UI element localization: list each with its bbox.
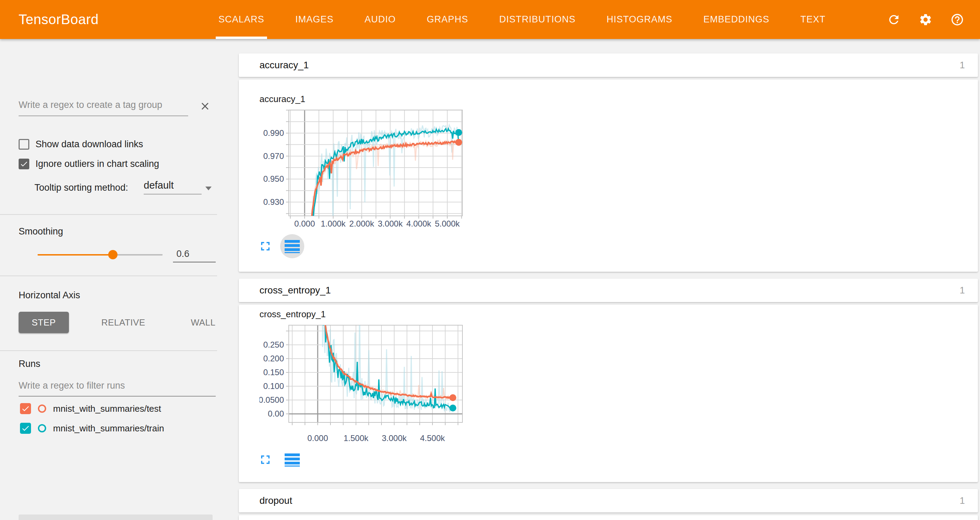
refresh-icon[interactable] [887,13,901,27]
show-download-links-label: Show data download links [35,139,143,150]
main-content: accuracy_1 1 accuracy_1 0.0001.000k2.000… [239,39,978,520]
section-count-badge: 1 [960,489,965,512]
tab-audio[interactable]: AUDIO [362,0,399,39]
svg-text:4.500k: 4.500k [420,434,445,443]
tooltip-sort-dropdown[interactable]: default [144,180,202,195]
fullscreen-icon[interactable] [258,452,272,467]
fullscreen-icon[interactable] [258,239,272,254]
app-header: TensorBoard SCALARS IMAGES AUDIO GRAPHS … [0,0,980,39]
section-panel-dropout [239,515,978,520]
svg-text:0.000: 0.000 [307,434,328,443]
tab-graphs[interactable]: GRAPHS [424,0,471,39]
section-header-dropout[interactable]: dropout 1 [239,489,978,512]
run-filter-input[interactable] [19,375,216,397]
run-row-test[interactable]: mnist_with_summaries/test [20,403,161,414]
slider-fill [38,254,113,255]
run-test-color-swatch [38,405,46,413]
chart-card-title: cross_entropy_1 [259,309,326,320]
section-count-badge: 1 [960,279,965,302]
ignore-outliers-label: Ignore outliers in chart scaling [35,159,159,169]
svg-text:1.500k: 1.500k [344,434,369,443]
svg-text:0.990: 0.990 [263,128,284,137]
divider [0,214,217,215]
close-icon[interactable] [199,100,211,112]
svg-text:0.000: 0.000 [294,219,315,228]
tab-scalars[interactable]: SCALARS [216,0,267,39]
slider-knob[interactable] [108,250,118,259]
run-train-color-swatch [38,424,46,432]
run-row-train[interactable]: mnist_with_summaries/train [20,423,164,434]
run-selector-hover-circle[interactable] [280,234,304,258]
cross-entropy-line-chart[interactable]: 0.0001.500k3.000k4.500k0.2500.2000.1500.… [259,321,487,452]
tab-distributions[interactable]: DISTRIBUTIONS [496,0,579,39]
svg-text:0.970: 0.970 [263,152,284,161]
section-header-cross-entropy[interactable]: cross_entropy_1 1 [239,279,978,302]
smoothing-value-input[interactable] [173,246,216,262]
svg-text:0.250: 0.250 [263,340,284,349]
dropdown-arrow-icon [205,187,212,190]
nav-tabs: SCALARS IMAGES AUDIO GRAPHS DISTRIBUTION… [216,0,828,39]
tooltip-sort-label: Tooltip sorting method: [35,182,128,193]
svg-text:0.200: 0.200 [263,354,284,363]
smoothing-slider[interactable] [38,250,163,260]
run-train-label: mnist_with_summaries/train [53,423,164,434]
axis-relative-button[interactable]: RELATIVE [88,312,159,333]
section-title: accuracy_1 [259,53,309,77]
svg-text:0.100: 0.100 [263,381,284,391]
run-test-checkbox[interactable] [20,403,31,414]
help-icon[interactable] [950,13,964,27]
tab-text[interactable]: TEXT [798,0,828,39]
svg-text:1.000k: 1.000k [321,219,346,228]
section-panel-accuracy: accuracy_1 0.0001.000k2.000k3.000k4.000k… [239,80,978,272]
svg-text:2.000k: 2.000k [349,219,375,228]
smoothing-label: Smoothing [19,226,63,237]
svg-text:3.000k: 3.000k [378,219,403,228]
menu-icon [285,239,300,253]
svg-text:0.930: 0.930 [263,197,284,207]
tag-filter-input[interactable] [19,94,188,116]
horizontal-axis-label: Horizontal Axis [19,290,80,301]
tooltip-sort-value: default [144,180,174,191]
section-panel-cross-entropy: cross_entropy_1 0.0001.500k3.000k4.500k0… [239,305,978,482]
chart-card-title: accuracy_1 [259,94,305,104]
tab-embeddings[interactable]: EMBEDDINGS [700,0,772,39]
run-train-checkbox[interactable] [20,423,31,434]
section-title: cross_entropy_1 [259,279,331,302]
tab-histograms[interactable]: HISTOGRAMS [604,0,675,39]
svg-text:3.000k: 3.000k [382,434,407,443]
gear-icon[interactable] [919,13,932,27]
divider [0,350,217,351]
svg-text:0.0500: 0.0500 [259,395,284,405]
section-count-badge: 1 [960,53,965,77]
app-title: TensorBoard [19,0,99,39]
ignore-outliers-checkbox[interactable] [19,159,29,169]
section-title: dropout [259,489,292,512]
menu-icon[interactable] [285,453,300,467]
run-test-label: mnist_with_summaries/test [53,404,161,414]
runs-title: Runs [19,359,40,369]
svg-text:0.150: 0.150 [263,368,284,377]
axis-wall-button[interactable]: WALL [178,312,229,333]
svg-text:4.000k: 4.000k [406,219,431,228]
axis-step-button[interactable]: STEP [19,312,69,333]
tab-images[interactable]: IMAGES [293,0,336,39]
divider [0,276,217,276]
accuracy-line-chart[interactable]: 0.0001.000k2.000k3.000k4.000k5.000k0.990… [259,105,487,236]
sidebar: Show data download links Ignore outliers… [0,39,217,520]
section-header-accuracy[interactable]: accuracy_1 1 [239,53,978,77]
svg-text:0.950: 0.950 [263,174,284,183]
svg-text:5.000k: 5.000k [435,219,460,228]
svg-text:0.00: 0.00 [268,409,284,418]
show-download-links-checkbox[interactable] [19,139,29,150]
toggle-all-runs-button[interactable]: TOGGLE ALL RUNS [19,515,213,520]
